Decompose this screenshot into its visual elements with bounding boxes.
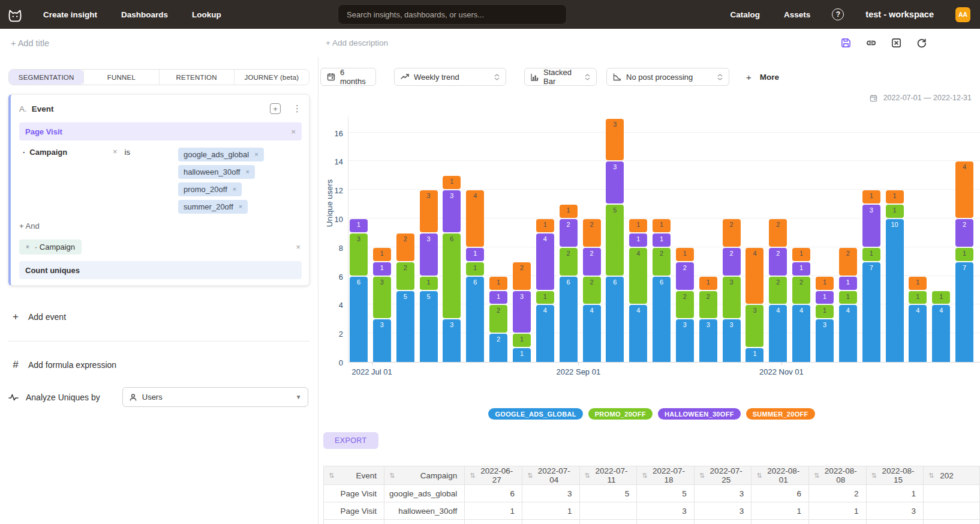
sort-icon[interactable]: ⇅	[585, 472, 590, 480]
bar-segment-label: 1	[932, 293, 950, 300]
filter-value-chip[interactable]: summer_20off×	[178, 200, 248, 214]
duplicate-series-icon[interactable]: +	[270, 103, 281, 114]
sort-icon[interactable]: ⇅	[814, 472, 819, 480]
tab-funnel[interactable]: FUNNEL	[83, 70, 158, 85]
table-header-202[interactable]: ⇅202	[924, 466, 980, 485]
bar-segment: 1	[886, 205, 904, 218]
save-icon[interactable]	[840, 37, 852, 49]
legend-pill-promo_20off[interactable]: PROMO_20OFF	[588, 408, 653, 420]
chart-type-select[interactable]: Stacked Bar	[524, 68, 597, 86]
filter-value-chip[interactable]: halloween_30off×	[178, 165, 255, 179]
table-header-2022-08-15[interactable]: ⇅2022-08-15	[866, 466, 924, 485]
bar-segment-label: 3	[723, 279, 741, 286]
add-and-filter-button[interactable]: + And	[19, 221, 302, 230]
add-title-button[interactable]: + Add title	[11, 38, 49, 48]
table-cell: 3	[694, 502, 751, 520]
bar-segment: 6	[653, 277, 671, 362]
aggregation-selector[interactable]: Count uniques	[19, 261, 302, 279]
table-header-2022-07-25[interactable]: ⇅2022-07-25	[694, 466, 751, 485]
bar-segment-label: 2	[676, 264, 694, 271]
sort-icon[interactable]: ⇅	[470, 472, 475, 480]
legend-pill-halloween_30off[interactable]: HALLOWEEN_30OFF	[658, 408, 741, 420]
bar-2022-09-19: 4411	[629, 116, 647, 362]
table-header-2022-07-18[interactable]: ⇅2022-07-18	[637, 466, 695, 485]
sort-icon[interactable]: ⇅	[389, 472, 395, 480]
bar-segment: 1	[699, 277, 717, 290]
nav-item-dashboards[interactable]: Dashboards	[121, 10, 168, 19]
bar-segment: 2	[489, 334, 507, 362]
tab-journey[interactable]: JOURNEY (beta)	[234, 70, 309, 85]
bar-segment-label: 4	[909, 307, 927, 314]
nav-item-create-insight[interactable]: Create insight	[43, 10, 97, 19]
remove-value-icon[interactable]: ×	[245, 169, 249, 175]
bar-segment-label: 6	[653, 279, 671, 286]
bar-segment-label: 3	[606, 163, 624, 170]
nav-item-assets[interactable]: Assets	[784, 10, 810, 19]
sort-icon[interactable]: ⇅	[699, 472, 705, 480]
breakdown-chip[interactable]: × · Campaign	[19, 239, 82, 254]
bar-segment-label: 4	[629, 250, 647, 257]
export-button[interactable]: EXPORT	[323, 432, 378, 449]
add-description-button[interactable]: + Add description	[326, 38, 388, 47]
table-cell	[522, 520, 579, 524]
app-logo-cat-icon[interactable]	[6, 5, 24, 23]
chart-controls: 6 months Weekly trend Stacked Bar	[320, 68, 980, 86]
nav-item-catalog[interactable]: Catalog	[731, 10, 760, 19]
remove-event-icon[interactable]: ×	[291, 128, 296, 136]
refresh-icon[interactable]	[915, 37, 927, 49]
bar-segment-label: 10	[886, 221, 904, 228]
remove-value-icon[interactable]: ×	[239, 203, 242, 210]
plus-icon: +	[746, 72, 751, 82]
table-header-2022-08-01[interactable]: ⇅2022-08-01	[751, 466, 809, 485]
table-header-Event[interactable]: ⇅Event	[324, 466, 384, 485]
bar-segment: 3	[373, 277, 391, 319]
sort-icon[interactable]: ⇅	[928, 472, 934, 480]
legend-pill-summer_20off[interactable]: SUMMER_20OFF	[746, 408, 815, 420]
sort-icon[interactable]: ⇅	[527, 472, 533, 480]
remove-breakdown-icon[interactable]: ×	[26, 244, 29, 250]
trend-select[interactable]: Weekly trend	[394, 68, 506, 86]
add-event-button[interactable]: + Add event	[11, 311, 309, 323]
legend-pill-google_ads_global[interactable]: GOOGLE_ADS_GLOBAL	[488, 408, 582, 420]
table-header-Campaign[interactable]: ⇅Campaign	[384, 466, 465, 485]
date-range-button[interactable]: 6 months	[320, 68, 376, 86]
tab-retention[interactable]: RETENTION	[159, 70, 234, 85]
table-header-2022-07-11[interactable]: ⇅2022-07-11	[579, 466, 637, 485]
more-button[interactable]: + More	[746, 72, 779, 82]
avatar[interactable]: AA	[955, 7, 970, 22]
workspace-name[interactable]: test - workspace	[865, 10, 934, 19]
remove-filter-icon[interactable]: ×	[113, 148, 118, 155]
event-selector[interactable]: Page Visit ×	[19, 122, 302, 140]
clear-icon[interactable]	[890, 37, 902, 49]
filter-value-chip[interactable]: google_ads_global×	[178, 148, 264, 161]
remove-value-icon[interactable]: ×	[233, 186, 236, 193]
nav-item-lookup[interactable]: Lookup	[192, 10, 221, 19]
post-processing-select[interactable]: No post processing	[606, 68, 729, 86]
bar-segment: 2	[489, 305, 507, 333]
sort-icon[interactable]: ⇅	[642, 472, 647, 480]
clear-breakdown-icon[interactable]: ×	[296, 243, 300, 251]
analyze-by-select[interactable]: Users ▼	[122, 387, 308, 407]
remove-value-icon[interactable]: ×	[254, 151, 258, 158]
filter-property[interactable]: Campaign	[29, 148, 67, 157]
sort-icon[interactable]: ⇅	[329, 472, 334, 480]
table-header-2022-08-08[interactable]: ⇅2022-08-08	[808, 466, 866, 485]
link-icon[interactable]	[865, 37, 877, 49]
help-icon[interactable]: ?	[832, 8, 844, 20]
sort-icon[interactable]: ⇅	[871, 472, 877, 480]
bar-segment: 4	[629, 248, 647, 304]
filter-value-chip[interactable]: promo_20off×	[178, 182, 242, 196]
add-formula-button[interactable]: # Add formula expression	[11, 359, 309, 371]
sort-icon[interactable]: ⇅	[756, 472, 762, 480]
search-input[interactable]	[338, 4, 567, 25]
filter-operator[interactable]: is	[125, 148, 130, 157]
bar-segment-label: 1	[536, 293, 554, 300]
tab-segmentation[interactable]: SEGMENTATION	[9, 70, 83, 85]
bar-2022-10-10: 321	[699, 116, 717, 362]
bar-segment: 1	[466, 248, 484, 261]
bar-segment-label: 5	[396, 293, 414, 300]
table-header-2022-06-27[interactable]: ⇅2022-06-27	[465, 466, 522, 485]
table-header-2022-07-04[interactable]: ⇅2022-07-04	[522, 466, 579, 485]
bar-segment: 2	[560, 219, 578, 247]
series-menu-icon[interactable]: ⋮	[293, 103, 302, 114]
